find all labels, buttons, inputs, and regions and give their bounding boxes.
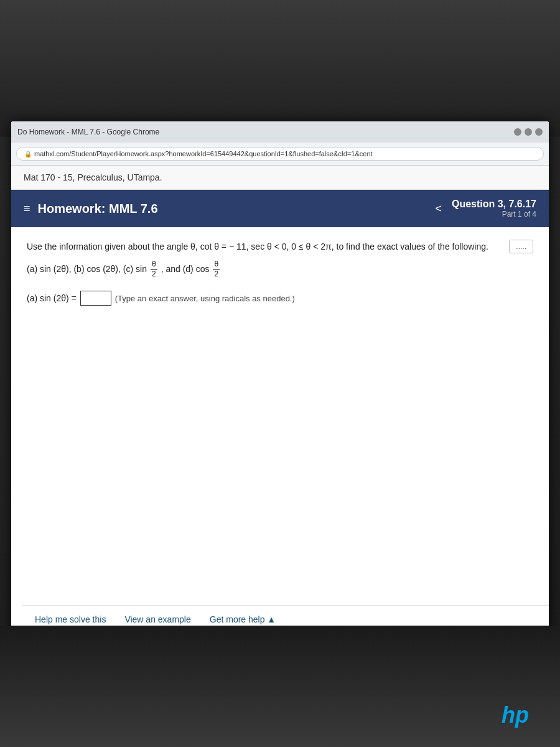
site-header-text: Mat 170 - 15, Precalculus, UTampa. xyxy=(24,172,162,182)
hp-logo: hp xyxy=(502,702,529,728)
answer-input[interactable] xyxy=(80,291,111,306)
parts-text-d: , and (d) cos xyxy=(161,264,210,274)
browser-chrome: Do Homework - MML 7.6 - Google Chrome 🔒 … xyxy=(11,121,549,166)
top-bezel xyxy=(0,0,560,137)
get-more-help-link[interactable]: Get more help ▲ xyxy=(210,614,276,624)
answer-row: (a) sin (2θ) = (Type an exact answer, us… xyxy=(27,291,533,306)
answer-hint: (Type an exact answer, using radicals as… xyxy=(115,294,295,303)
minimize-icon[interactable] xyxy=(514,128,521,136)
site-header: Mat 170 - 15, Precalculus, UTampa. xyxy=(11,166,549,190)
address-field[interactable]: 🔒 mathxl.com/Student/PlayerHomework.aspx… xyxy=(16,147,544,161)
question-label: Question 3, 7.6.17 xyxy=(452,199,536,210)
browser-title: Do Homework - MML 7.6 - Google Chrome xyxy=(17,128,514,136)
browser-addressbar: 🔒 mathxl.com/Student/PlayerHomework.aspx… xyxy=(11,143,549,165)
fraction-d: θ 2 xyxy=(213,260,220,278)
homework-header: ≡ Homework: MML 7.6 < Question 3, 7.6.17… xyxy=(11,190,549,227)
browser-titlebar: Do Homework - MML 7.6 - Google Chrome xyxy=(11,121,549,143)
question-part: Part 1 of 4 xyxy=(452,210,536,218)
answer-label: (a) sin (2θ) = xyxy=(27,293,77,303)
url-text: mathxl.com/Student/PlayerHomework.aspx?h… xyxy=(34,150,373,157)
question-area: ..... Use the information given about th… xyxy=(11,227,549,318)
bottom-bezel: hp xyxy=(0,626,560,747)
fraction-d-numerator: θ xyxy=(213,260,220,269)
prev-question-arrow[interactable]: < xyxy=(430,202,447,215)
fraction-c-denominator: 2 xyxy=(151,270,157,278)
question-info: Question 3, 7.6.17 Part 1 of 4 xyxy=(452,199,536,218)
close-icon[interactable] xyxy=(535,128,543,136)
fraction-d-denominator: 2 xyxy=(213,270,220,278)
browser-window-controls xyxy=(514,128,543,136)
lock-icon: 🔒 xyxy=(24,151,32,157)
view-example-link[interactable]: View an example xyxy=(124,614,190,624)
maximize-icon[interactable] xyxy=(525,128,532,136)
fraction-c: θ 2 xyxy=(151,260,157,278)
question-instruction: Use the information given about the angl… xyxy=(27,240,533,253)
help-me-solve-link[interactable]: Help me solve this xyxy=(35,614,106,624)
menu-icon[interactable]: ≡ xyxy=(24,202,30,215)
hw-title-section: ≡ Homework: MML 7.6 xyxy=(24,202,158,216)
fraction-c-numerator: θ xyxy=(151,260,157,269)
screen-container: Do Homework - MML 7.6 - Google Chrome 🔒 … xyxy=(11,121,549,663)
homework-title: Homework: MML 7.6 xyxy=(38,202,158,216)
options-button[interactable]: ..... xyxy=(509,240,533,253)
question-parts: (a) sin (2θ), (b) cos (2θ), (c) sin θ 2 … xyxy=(27,260,533,278)
parts-text-a: (a) sin (2θ), (b) cos (2θ), (c) sin xyxy=(27,264,147,274)
